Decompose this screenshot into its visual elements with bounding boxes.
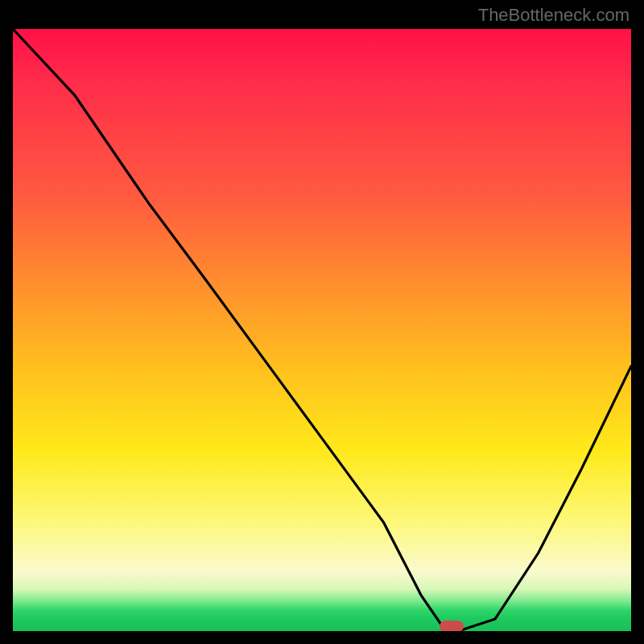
watermark-text: TheBottleneck.com xyxy=(478,5,630,26)
optimum-marker xyxy=(440,621,464,631)
chart-plot-area xyxy=(13,29,631,631)
chart-frame xyxy=(13,29,631,631)
chart-curve xyxy=(13,29,631,631)
